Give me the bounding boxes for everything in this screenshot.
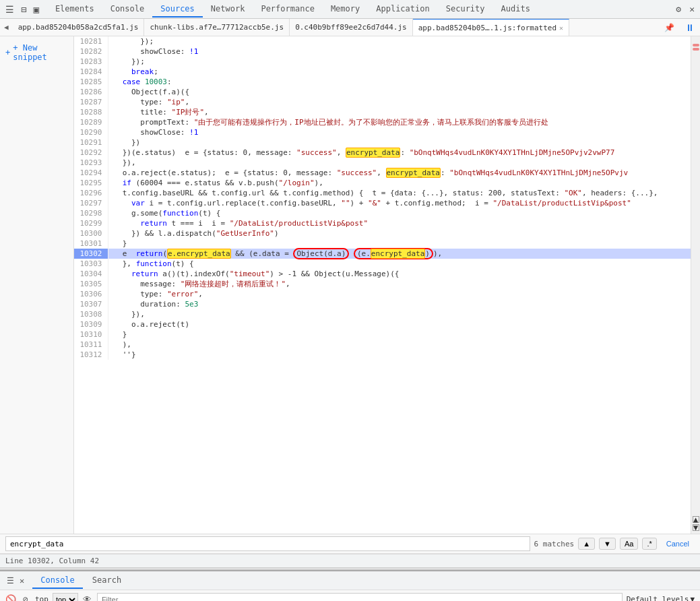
line-code: return t === i i = "/DataList/productLis… [108, 218, 691, 228]
search-next-button[interactable]: ▼ [599, 538, 616, 550]
tab-console-panel[interactable]: Console [32, 573, 83, 589]
sidebar: + + New snippet [0, 36, 74, 534]
file-tab-0-name: app.bad85204b058a2cd5fa1.js [18, 23, 139, 32]
line-code: }, function(t) { [108, 259, 691, 269]
file-tab-1[interactable]: chunk-libs.af7e…77712accb5e.js [144, 19, 290, 36]
line-code: }) && l.a.dispatch("GetUserInfo") [108, 228, 691, 239]
tab-memory[interactable]: Memory [323, 1, 368, 18]
line-num: 10301 [74, 239, 108, 249]
line-num: 10311 [74, 340, 108, 350]
close-devtools-icon[interactable]: ✕ [687, 3, 697, 15]
console-expand-icon[interactable]: ☰ [5, 575, 15, 587]
line-code: showClose: !1 [108, 46, 691, 57]
table-row: 10303 }, function(t) { [74, 259, 691, 269]
line-num: 10306 [74, 289, 108, 299]
file-tabs-pause-icon[interactable]: ⏸ [680, 21, 700, 34]
chevron-down-icon: ▼ [690, 595, 695, 601]
plus-icon: + [5, 48, 10, 57]
search-prev-button[interactable]: ▲ [578, 538, 595, 550]
table-row: 10296 t.config.baseURL && t.config.url &… [74, 188, 691, 198]
file-tab-2[interactable]: 0.c40b9bff89ee2c6d7d44.js [290, 19, 413, 36]
line-code: title: "IP封号", [108, 107, 691, 117]
line-num: 10285 [74, 77, 108, 87]
table-row: 10312 ''} [74, 350, 691, 360]
default-levels-dropdown[interactable]: Default levels ▼ [627, 595, 695, 601]
scroll-up-icon[interactable]: ▲ [693, 516, 699, 523]
line-num: 10309 [74, 319, 108, 329]
table-row: 10299 return t === i i = "/DataList/prod… [74, 218, 691, 228]
line-num: 10310 [74, 329, 108, 340]
table-row: 10283 }); [74, 57, 691, 67]
new-snippet-button[interactable]: + + New snippet [0, 39, 73, 66]
tab-search-panel[interactable]: Search [84, 573, 129, 589]
tab-audits[interactable]: Audits [493, 1, 538, 18]
tab-sources[interactable]: Sources [152, 1, 203, 18]
tab-performance[interactable]: Performance [253, 1, 322, 18]
console-area: ☰ ✕ Console Search 🚫 ⊘ top top 👁 Default… [0, 570, 700, 601]
scroll-marker [693, 44, 699, 46]
line-code: }), [108, 309, 691, 319]
line-code: duration: 5e3 [108, 299, 691, 309]
line-num: 10297 [74, 198, 108, 208]
line-code: type: "error", [108, 289, 691, 299]
table-row: 10298 g.some(function(t) { [74, 208, 691, 218]
tab-security[interactable]: Security [438, 1, 493, 18]
search-bar: 6 matches ▲ ▼ Aa .* Cancel [0, 534, 700, 554]
tab-elements[interactable]: Elements [47, 1, 102, 18]
scroll-down-icon[interactable]: ▼ [693, 524, 699, 531]
line-num: 10289 [74, 117, 108, 127]
search-cancel-button[interactable]: Cancel [661, 538, 695, 549]
main-content-area: + + New snippet 10281 }); 10282 showClos… [0, 36, 700, 534]
line-code: }); [108, 57, 691, 67]
regex-button[interactable]: .* [642, 538, 656, 550]
table-row: 10301 } [74, 239, 691, 249]
line-num: 10312 [74, 350, 108, 360]
line-code: })(e.status) e = {status: 0, message: "s… [108, 148, 691, 158]
table-row: 10308 }), [74, 309, 691, 319]
line-code: }); [108, 36, 691, 46]
tab-application[interactable]: Application [368, 1, 437, 18]
line-code: } [108, 329, 691, 340]
clear-console-icon[interactable]: 🚫 [5, 594, 16, 602]
pin-icon[interactable]: 📌 [659, 22, 680, 34]
tab-console[interactable]: Console [102, 1, 153, 18]
line-num: 10283 [74, 57, 108, 67]
devtools-tabs-bar: ☰ ⊟ ▣ Elements Console Sources Network P… [0, 0, 700, 19]
line-num: 10281 [74, 36, 108, 46]
line-code: if (60004 === e.status && v.b.push("/log… [108, 178, 691, 188]
new-snippet-label: + New snippet [13, 43, 68, 62]
filter-input[interactable] [97, 593, 623, 602]
tab-network[interactable]: Network [203, 1, 253, 18]
context-selector[interactable]: top [53, 593, 78, 602]
code-editor[interactable]: 10281 }); 10282 showClose: !1 10283 }); … [74, 36, 691, 534]
context-selector-label: top [35, 595, 49, 601]
file-tabs-left-arrow[interactable]: ◀ [0, 22, 13, 33]
eye-icon[interactable]: 👁 [82, 594, 93, 602]
code-scroll-area[interactable]: 10281 }); 10282 showClose: !1 10283 }); … [74, 36, 691, 534]
line-code: o.a.reject(t) [108, 319, 691, 329]
file-tab-3[interactable]: app.bad85204b05….1.js:formatted ✕ [413, 19, 569, 36]
devtools-menu-icon[interactable]: ☰ [3, 3, 17, 16]
match-case-button[interactable]: Aa [620, 538, 638, 550]
table-row: 10288 title: "IP封号", [74, 107, 691, 117]
line-code: o.a.reject(e.status); e = {status: 0, me… [108, 168, 691, 178]
stop-icon[interactable]: ⊘ [20, 594, 31, 602]
table-row: 10284 break; [74, 67, 691, 77]
devtools-pin-icon[interactable]: ⊟ [18, 3, 29, 16]
table-row: 10293 }), [74, 158, 691, 168]
line-code: type: "ip", [108, 97, 691, 107]
line-code: break; [108, 67, 691, 77]
scroll-controls: ▲ ▼ [693, 516, 699, 531]
line-num: 10294 [74, 168, 108, 178]
console-close-icon[interactable]: ✕ [18, 575, 26, 587]
line-num: 10307 [74, 299, 108, 309]
devtools-expand-icon[interactable]: ▣ [30, 3, 41, 16]
file-tab-3-close[interactable]: ✕ [559, 24, 563, 32]
settings-icon[interactable]: ⚙ [673, 3, 684, 15]
line-num: 10302 [74, 249, 108, 259]
search-input[interactable] [5, 536, 530, 551]
line-num: 10303 [74, 259, 108, 269]
line-num: 10288 [74, 107, 108, 117]
file-tab-1-name: chunk-libs.af7e…77712accb5e.js [150, 23, 284, 32]
file-tab-0[interactable]: app.bad85204b058a2cd5fa1.js [13, 19, 145, 36]
